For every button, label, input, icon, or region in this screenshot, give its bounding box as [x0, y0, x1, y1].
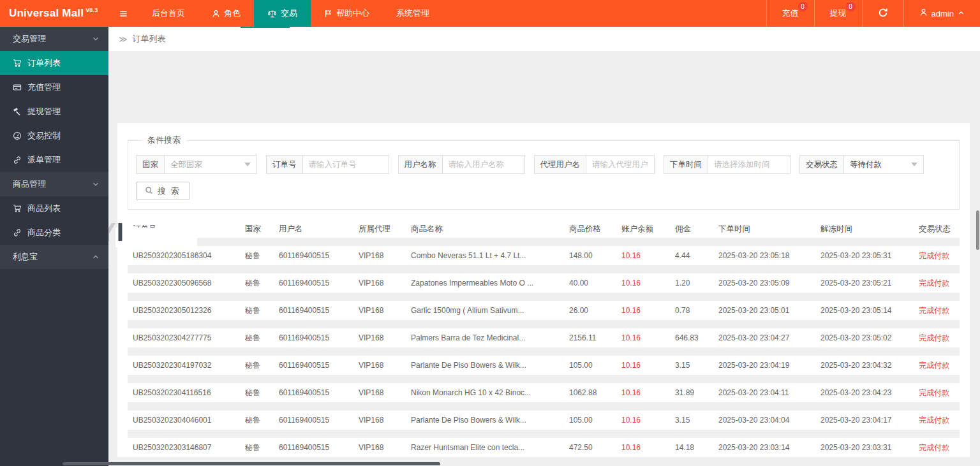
table-cell: 2025-03-20 23:05:02: [820, 333, 919, 342]
table-row[interactable]: UB2503202304277775秘鲁601169400515VIP168Pa…: [128, 328, 960, 347]
table-row[interactable]: UB2503202305012326秘鲁601169400515VIP168Ga…: [128, 301, 960, 320]
table-cell: Parlante De Piso Bowers & Wilk...: [411, 416, 566, 425]
nav-item-trade[interactable]: 交易: [254, 0, 311, 27]
sidebar-item-派单管理[interactable]: 派单管理: [0, 148, 108, 172]
chevron-down-icon: [92, 180, 100, 188]
agent-name-input[interactable]: [592, 160, 648, 169]
table-row[interactable]: UB2503202304046001秘鲁601169400515VIP168Pa…: [128, 411, 960, 430]
table-row[interactable]: UB2503202303146807秘鲁601169400515VIP168Ra…: [128, 438, 960, 457]
table-cell: 秘鲁: [245, 251, 279, 261]
table-cell: 10.16: [621, 251, 675, 260]
withdraw-button[interactable]: 提现 0: [814, 0, 862, 27]
active-tab-underline: [241, 27, 290, 28]
vertical-scrollbar-thumb[interactable]: [976, 210, 979, 250]
sidebar-item-label: 充值管理: [27, 82, 61, 93]
table-row[interactable]: UB2503202304116516秘鲁601169400515VIP168Ni…: [128, 383, 960, 402]
order-no-input[interactable]: [309, 160, 383, 169]
sidebar-item-利息宝[interactable]: 利息宝: [0, 245, 108, 269]
trade-status-select[interactable]: 等待付款: [843, 155, 924, 174]
table-cell: 2025-03-20 23:05:21: [820, 279, 919, 288]
table-cell: 完成付款: [919, 278, 958, 289]
collapse-menu-button[interactable]: [108, 0, 138, 27]
filter-order-no: 订单号: [266, 155, 389, 174]
dropdown-arrow-icon: [244, 163, 251, 166]
sidebar-item-交易管理[interactable]: 交易管理: [0, 27, 108, 51]
table-cell: 完成付款: [919, 360, 958, 371]
sidebar-item-提现管理[interactable]: 提现管理: [0, 99, 108, 124]
sidebar-item-商品分类[interactable]: 商品分类: [0, 221, 108, 245]
column-header: 商品名称: [411, 224, 566, 235]
flag-icon: [324, 10, 332, 18]
user-menu[interactable]: admin: [903, 0, 980, 27]
brand-logo[interactable]: Universal Mall V8.3: [0, 0, 108, 27]
nav-item-help-center[interactable]: 帮助中心: [311, 0, 383, 27]
filter-fields: 国家 全部国家 订单号 用户名称: [136, 155, 951, 174]
table-cell: 2025-03-20 23:05:31: [820, 251, 919, 260]
table-cell: VIP168: [359, 306, 411, 315]
column-header: 所属代理: [359, 224, 411, 235]
table-cell: 完成付款: [919, 333, 958, 344]
table-cell: 完成付款: [919, 251, 958, 261]
table-cell: 3.15: [675, 361, 718, 370]
column-header: 商品价格: [566, 224, 621, 235]
table-cell: UB2503202304197032: [128, 361, 245, 370]
sidebar: 交易管理订单列表充值管理提现管理交易控制派单管理商品管理商品列表商品分类利息宝: [0, 27, 108, 466]
search-icon: [145, 186, 153, 196]
table-cell: 完成付款: [919, 442, 958, 453]
sidebar-item-订单列表[interactable]: 订单列表: [0, 51, 108, 75]
sidebar-item-label: 交易管理: [13, 33, 46, 45]
brand-version: V8.3: [85, 7, 98, 13]
column-header: 佣金: [675, 224, 718, 235]
table-cell: 完成付款: [919, 305, 958, 316]
horizontal-scrollbar-thumb[interactable]: [63, 462, 440, 465]
table-cell: 0.78: [675, 306, 718, 315]
orders-table: 订单号国家用户名所属代理商品名称商品价格账户余额佣金下单时间解冻时间交易状态 U…: [128, 220, 960, 457]
order-time-input[interactable]: [714, 160, 784, 169]
sidebar-item-交易控制[interactable]: 交易控制: [0, 124, 108, 148]
nav-item-roles[interactable]: 角色: [198, 0, 254, 27]
table-row[interactable]: UB2503202305186304秘鲁601169400515VIP168Co…: [128, 246, 960, 265]
table-cell: 2025-03-20 23:04:19: [718, 361, 820, 370]
table-cell: 2025-03-20 23:04:04: [718, 416, 820, 425]
table-row[interactable]: UB2503202304197032秘鲁601169400515VIP168Pa…: [128, 356, 960, 375]
recharge-button[interactable]: 充值 0: [766, 0, 814, 27]
nav-item-dashboard[interactable]: 后台首页: [138, 0, 198, 27]
recharge-badge: 0: [798, 2, 808, 11]
search-button[interactable]: 搜 索: [136, 182, 189, 200]
gauge-icon: [13, 131, 22, 140]
nav-item-system[interactable]: 系统管理: [383, 0, 443, 27]
column-header: 下单时间: [718, 224, 820, 235]
table-cell: Razer Huntsman Elite con tecla...: [411, 443, 566, 452]
sidebar-item-充值管理[interactable]: 充值管理: [0, 75, 108, 99]
nav-label: 交易: [281, 8, 297, 19]
sidebar-item-商品列表[interactable]: 商品列表: [0, 196, 108, 221]
table-cell: 2025-03-20 23:03:14: [718, 443, 820, 452]
top-nav: 后台首页 角色 交易 帮助中心 系统管理: [108, 0, 443, 27]
refresh-button[interactable]: [862, 0, 903, 27]
cart-icon: [13, 59, 22, 68]
user-name-input[interactable]: [449, 160, 519, 169]
table-cell: UB2503202305012326: [128, 306, 245, 315]
table-cell: 601169400515: [279, 443, 359, 452]
table-row[interactable]: UB2503202305096568秘鲁601169400515VIP168Za…: [128, 273, 960, 293]
table-cell: VIP168: [359, 333, 411, 342]
table-cell: VIP168: [359, 361, 411, 370]
table-cell: 10.16: [621, 333, 675, 342]
table-cell: 2025-03-20 23:04:11: [718, 388, 820, 397]
sidebar-item-label: 商品列表: [27, 203, 61, 214]
table-cell: 秘鲁: [245, 278, 279, 289]
sidebar-item-商品管理[interactable]: 商品管理: [0, 172, 108, 196]
trade-status-value: 等待付款: [850, 159, 882, 170]
table-cell: Garlic 1500mg ( Allium Sativum...: [411, 306, 566, 315]
sidebar-item-label: 商品管理: [13, 178, 46, 190]
column-header: 国家: [245, 224, 279, 235]
filter-order-time: 下单时间: [664, 155, 791, 174]
table-cell: 601169400515: [279, 361, 359, 370]
row-separator: [128, 320, 960, 328]
breadcrumb-icon: ≫: [119, 34, 128, 44]
table-cell: 完成付款: [919, 415, 958, 426]
sidebar-item-label: 派单管理: [27, 154, 61, 166]
table-cell: 2025-03-20 23:05:18: [718, 251, 820, 260]
table-cell: 26.00: [566, 306, 621, 315]
country-select[interactable]: 全部国家: [164, 155, 257, 174]
